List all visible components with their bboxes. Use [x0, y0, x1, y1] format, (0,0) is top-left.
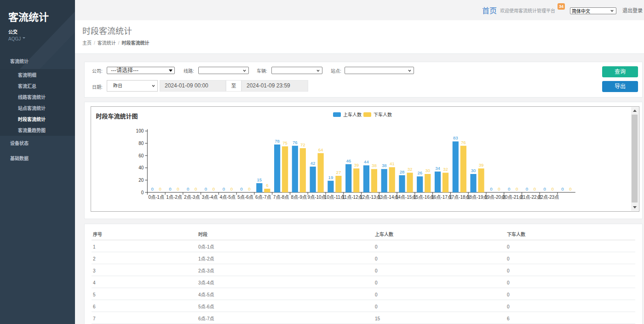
- svg-text:0: 0: [159, 186, 161, 191]
- svg-text:0: 0: [498, 186, 500, 191]
- svg-text:0: 0: [526, 186, 528, 191]
- svg-text:0: 0: [205, 186, 207, 191]
- svg-text:15: 15: [257, 177, 262, 182]
- svg-text:28: 28: [400, 169, 405, 174]
- svg-text:0点-1点: 0点-1点: [148, 195, 164, 200]
- svg-text:3点-4点: 3点-4点: [202, 195, 218, 200]
- svg-text:100: 100: [136, 128, 144, 133]
- svg-text:6点-7点: 6点-7点: [255, 195, 271, 200]
- svg-text:5点-6点: 5点-6点: [237, 195, 253, 200]
- svg-text:0: 0: [230, 186, 233, 191]
- svg-text:0: 0: [490, 186, 492, 191]
- svg-text:0: 0: [551, 186, 553, 191]
- svg-text:2点-3点: 2点-3点: [184, 195, 200, 200]
- svg-text:8点-9点: 8点-9点: [291, 195, 307, 200]
- svg-text:46: 46: [346, 158, 351, 163]
- svg-text:42: 42: [310, 161, 316, 166]
- svg-text:19: 19: [328, 175, 334, 180]
- svg-text:1点-2点: 1点-2点: [166, 195, 182, 200]
- svg-text:41: 41: [390, 161, 395, 166]
- svg-text:0: 0: [240, 186, 242, 191]
- svg-text:20: 20: [138, 178, 144, 183]
- svg-text:0: 0: [223, 186, 225, 191]
- svg-text:76: 76: [461, 140, 466, 145]
- svg-text:上车人数: 上车人数: [343, 112, 362, 117]
- svg-text:0: 0: [169, 186, 171, 191]
- svg-text:22点-23点: 22点-23点: [538, 195, 559, 200]
- svg-text:下车人数: 下车人数: [374, 112, 392, 117]
- svg-text:60: 60: [138, 153, 144, 158]
- svg-text:32: 32: [443, 167, 448, 172]
- svg-text:75: 75: [282, 140, 288, 145]
- svg-text:34: 34: [435, 166, 440, 171]
- svg-text:32: 32: [408, 167, 413, 172]
- svg-text:38: 38: [372, 163, 377, 168]
- svg-text:0: 0: [177, 186, 179, 191]
- svg-text:78: 78: [275, 139, 280, 144]
- svg-text:0: 0: [561, 186, 564, 191]
- svg-text:30: 30: [425, 168, 430, 173]
- svg-text:83: 83: [453, 135, 458, 140]
- svg-text:0: 0: [569, 186, 571, 191]
- svg-text:0: 0: [213, 186, 215, 191]
- svg-text:26: 26: [417, 170, 422, 175]
- svg-text:0: 0: [543, 186, 546, 191]
- svg-text:44: 44: [364, 159, 369, 164]
- svg-text:0: 0: [141, 190, 144, 195]
- svg-text:6: 6: [266, 183, 268, 188]
- svg-text:9点-10点: 9点-10点: [308, 195, 326, 200]
- svg-text:0: 0: [151, 186, 154, 191]
- svg-text:0: 0: [248, 186, 250, 191]
- svg-text:27: 27: [336, 170, 341, 175]
- svg-text:0: 0: [187, 186, 189, 191]
- svg-text:30: 30: [471, 168, 476, 173]
- svg-text:40: 40: [138, 165, 144, 170]
- svg-text:72: 72: [300, 142, 305, 147]
- svg-text:39: 39: [479, 162, 484, 168]
- svg-text:38: 38: [382, 163, 387, 168]
- svg-text:0: 0: [516, 186, 518, 191]
- svg-text:0: 0: [195, 186, 197, 191]
- svg-text:80: 80: [138, 141, 144, 146]
- svg-text:0: 0: [534, 186, 536, 191]
- svg-text:76: 76: [293, 140, 298, 145]
- svg-text:7点-8点: 7点-8点: [273, 195, 289, 200]
- svg-text:4点-5点: 4点-5点: [220, 195, 236, 200]
- svg-text:39: 39: [354, 162, 359, 168]
- svg-text:0: 0: [508, 186, 510, 191]
- svg-text:时段车流统计图: 时段车流统计图: [96, 113, 138, 120]
- svg-text:64: 64: [318, 147, 323, 152]
